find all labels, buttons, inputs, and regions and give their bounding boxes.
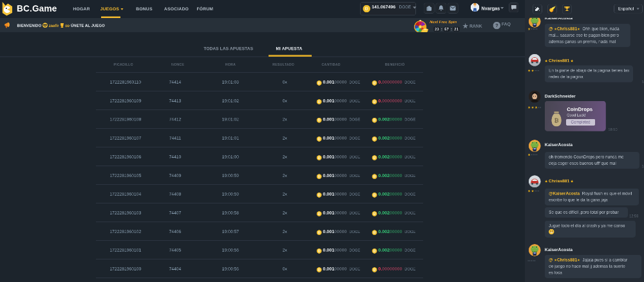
svg-text:₿: ₿ [554, 117, 558, 124]
